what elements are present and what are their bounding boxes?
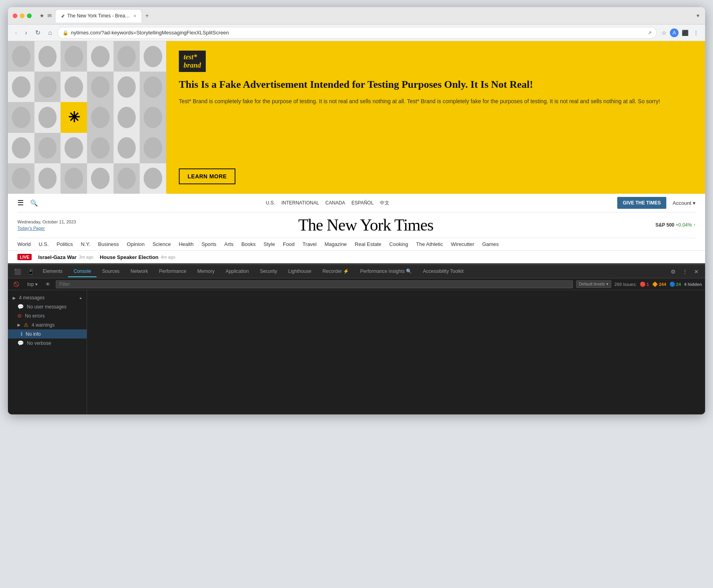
- nav-ny[interactable]: N.Y.: [81, 241, 90, 247]
- nav-magazine[interactable]: Magazine: [324, 241, 347, 247]
- back-button[interactable]: ‹: [13, 28, 19, 38]
- checker-circle: [38, 168, 57, 189]
- checker-cell: [114, 72, 140, 102]
- warning-count[interactable]: 🔶 244: [652, 282, 666, 287]
- nav-world[interactable]: World: [17, 241, 31, 247]
- devtools-inspect-button[interactable]: ⬛: [11, 267, 24, 276]
- checker-cell: [61, 41, 87, 72]
- nav-sports[interactable]: Sports: [201, 241, 216, 247]
- tab-console[interactable]: Console: [68, 266, 97, 277]
- nav-cooking[interactable]: Cooking: [389, 241, 408, 247]
- devtools-settings-button[interactable]: ⚙: [667, 267, 679, 276]
- nav-real-estate[interactable]: Real Estate: [355, 241, 381, 247]
- nav-games[interactable]: Games: [482, 241, 499, 247]
- console-default-levels[interactable]: Default levels ▾: [576, 280, 611, 288]
- checker-cell: [8, 41, 34, 72]
- sidebar-item-messages[interactable]: ▶ 4 messages ▸: [8, 293, 87, 302]
- nav-travel[interactable]: Travel: [303, 241, 317, 247]
- checker-cell: [114, 41, 140, 72]
- forward-button[interactable]: ›: [23, 28, 29, 38]
- tab-network[interactable]: Network: [125, 266, 154, 277]
- checker-cell: [87, 72, 114, 102]
- console-eye-button[interactable]: 👁: [43, 281, 53, 288]
- tab-recorder[interactable]: Recorder ⚡: [317, 266, 355, 277]
- nav-politics[interactable]: Politics: [57, 241, 73, 247]
- nav-us-section[interactable]: U.S.: [39, 241, 49, 247]
- checker-circle: [12, 168, 30, 189]
- sidebar-item-warnings[interactable]: ▶ ⚠ 4 warnings: [8, 320, 87, 329]
- extensions-icon[interactable]: ★: [40, 13, 44, 19]
- tab-memory[interactable]: Memory: [192, 266, 220, 277]
- no-user-messages-label: No user messages: [27, 304, 66, 310]
- profile-button[interactable]: A: [670, 28, 679, 37]
- mail-icon[interactable]: ✉: [47, 13, 52, 19]
- sidebar-item-no-info[interactable]: ℹ No info: [8, 329, 87, 338]
- error-count[interactable]: 🔴 1: [640, 282, 649, 287]
- sidebar-item-no-user-messages[interactable]: 💬 No user messages: [8, 302, 87, 311]
- nav-the-athletic[interactable]: The Athletic: [416, 241, 443, 247]
- nav-science[interactable]: Science: [152, 241, 171, 247]
- tab-elements[interactable]: Elements: [37, 266, 68, 277]
- tab-performance[interactable]: Performance: [154, 266, 192, 277]
- menu-button[interactable]: ⋮: [692, 28, 700, 38]
- tab-title: The New York Times - Breakin...: [67, 13, 131, 19]
- browser-tab[interactable]: 🗞 The New York Times - Breakin... ×: [55, 9, 142, 23]
- nav-us[interactable]: U.S.: [266, 200, 275, 206]
- breaking-item-1[interactable]: Israel-Gaza War 3m ago: [38, 254, 93, 260]
- search-icon[interactable]: 🔍: [30, 199, 38, 207]
- bookmark-button[interactable]: ☆: [660, 28, 668, 38]
- tab-application[interactable]: Application: [220, 266, 254, 277]
- console-top-context[interactable]: top ▾: [25, 281, 40, 288]
- tab-security[interactable]: Security: [254, 266, 283, 277]
- minimize-button[interactable]: [20, 13, 25, 18]
- tab-sources[interactable]: Sources: [97, 266, 125, 277]
- todays-paper-link[interactable]: Today's Paper: [17, 225, 76, 232]
- console-filter-input[interactable]: [56, 280, 573, 288]
- tab-lighthouse[interactable]: Lighthouse: [283, 266, 317, 277]
- nav-actions: ☆ A ⬛ ⋮: [660, 28, 700, 38]
- account-link[interactable]: Account ▾: [673, 200, 696, 206]
- no-verbose-label: No verbose: [27, 340, 51, 346]
- console-sidebar: ▶ 4 messages ▸ 💬 No user messages ⊘ No e…: [8, 290, 87, 414]
- title-bar: ★ ✉ 🗞 The New York Times - Breakin... × …: [8, 7, 705, 25]
- tab-performance-insights[interactable]: Performance insights 🔍: [355, 266, 417, 277]
- sidebar-item-no-verbose[interactable]: 💬 No verbose: [8, 338, 87, 348]
- maximize-button[interactable]: [27, 13, 32, 18]
- info-count[interactable]: 🔵 24: [669, 282, 681, 287]
- checker-circle: [118, 46, 136, 67]
- devtools-kebab-button[interactable]: ⋮: [679, 267, 691, 276]
- devtools-device-button[interactable]: 📱: [24, 267, 37, 276]
- nav-food[interactable]: Food: [283, 241, 295, 247]
- breaking-item-2[interactable]: House Speaker Election 4m ago: [100, 254, 175, 260]
- hidden-count[interactable]: 4 hidden: [684, 282, 702, 287]
- sidebar-item-no-errors[interactable]: ⊘ No errors: [8, 311, 87, 320]
- nav-style[interactable]: Style: [264, 241, 275, 247]
- nav-canada[interactable]: CANADA: [325, 200, 345, 206]
- nav-health[interactable]: Health: [179, 241, 194, 247]
- reload-button[interactable]: ↻: [33, 27, 43, 38]
- close-button[interactable]: [13, 13, 17, 18]
- give-the-times-button[interactable]: GIVE THE TIMES: [617, 197, 666, 209]
- devtools-close-button[interactable]: ✕: [691, 267, 702, 276]
- devtools-console-toolbar: 🚫 top ▾ 👁 Default levels ▾ 269 Issues: 🔴…: [8, 278, 705, 290]
- address-bar[interactable]: 🔒 nytimes.com/?ad-keywords=StorytellingM…: [57, 27, 657, 39]
- new-tab-button[interactable]: +: [144, 11, 150, 21]
- nav-opinion[interactable]: Opinion: [127, 241, 145, 247]
- nav-books[interactable]: Books: [241, 241, 256, 247]
- hamburger-icon[interactable]: ☰: [17, 199, 24, 207]
- nav-arts[interactable]: Arts: [224, 241, 233, 247]
- nav-international[interactable]: INTERNATIONAL: [281, 200, 319, 206]
- extensions-button[interactable]: ⬛: [680, 28, 690, 38]
- nyt-top-left: ☰ 🔍: [17, 199, 38, 207]
- nav-espanol[interactable]: ESPAÑOL: [351, 200, 374, 206]
- checker-cell: [140, 163, 166, 194]
- home-button[interactable]: ⌂: [46, 28, 55, 38]
- nav-business[interactable]: Business: [98, 241, 119, 247]
- nav-wirecutter[interactable]: Wirecutter: [451, 241, 474, 247]
- console-clear-button[interactable]: 🚫: [11, 281, 22, 288]
- checker-circle: [91, 76, 110, 98]
- learn-more-button[interactable]: LEARN MORE: [179, 168, 235, 184]
- nav-chinese[interactable]: 中文: [380, 200, 389, 206]
- tab-accessibility[interactable]: Accessibility Toolkit: [417, 266, 469, 277]
- tab-close-button[interactable]: ×: [134, 13, 136, 18]
